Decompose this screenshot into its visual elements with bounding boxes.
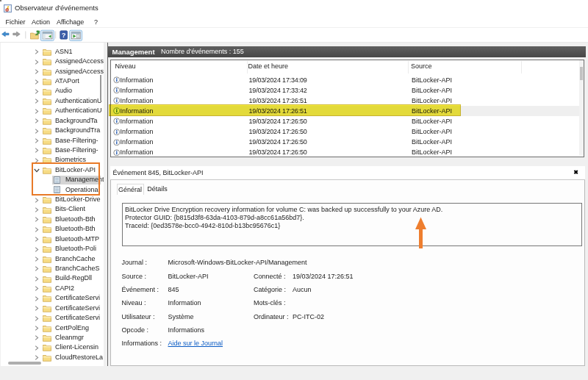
svg-text:?: ? [62,31,66,39]
